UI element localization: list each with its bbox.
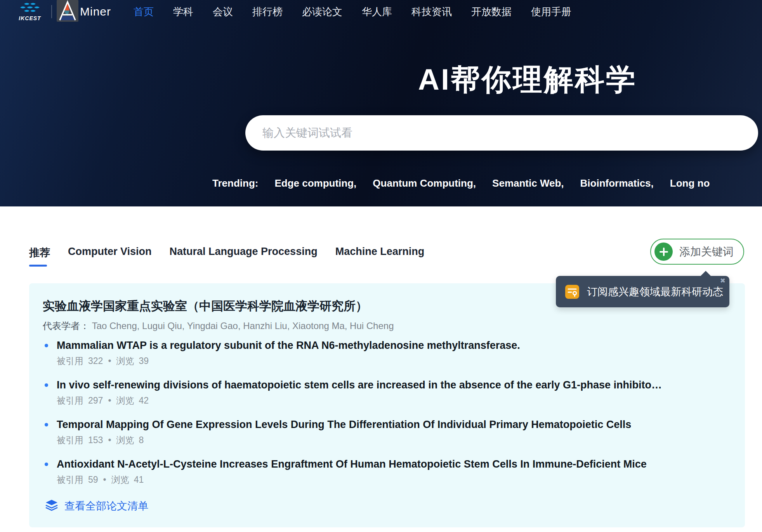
ikcest-logo[interactable]: IKCEST [15, 2, 45, 21]
cited-label: 被引用 [57, 355, 83, 367]
ikcest-logo-icon [15, 2, 45, 16]
tab-machine-learning[interactable]: Machine Learning [335, 246, 425, 260]
search-box [245, 115, 758, 151]
nav-item-conferences[interactable]: 会议 [213, 5, 233, 19]
trending-item-bioinformatics[interactable]: Bioinformatics, [580, 177, 654, 189]
nav-item-chinese-scholars[interactable]: 华人库 [362, 5, 392, 19]
paper-meta: 被引用 153 • 浏览 8 [57, 434, 662, 446]
tab-nlp[interactable]: Natural Language Processing [170, 246, 318, 260]
scholars-label: 代表学者： [43, 321, 89, 331]
subscribe-tooltip: ✖ 订阅感兴趣领域最新科研动态 [556, 276, 729, 307]
paper-list: Mammalian WTAP is a regulatory subunit o… [45, 340, 662, 486]
paper-item: Temporal Mapping Of Gene Expression Leve… [45, 419, 662, 446]
cited-count: 59 [88, 475, 98, 485]
aminer-logo-text: Miner [80, 5, 111, 18]
paper-meta: 被引用 322 • 浏览 39 [57, 355, 662, 367]
tooltip-text: 订阅感兴趣领域最新科研动态 [587, 285, 723, 299]
paper-title[interactable]: Temporal Mapping Of Gene Expression Leve… [57, 419, 631, 431]
paper-item: Mammalian WTAP is a regulatory subunit o… [45, 340, 662, 367]
hero-title: AI帮你理解科学 [418, 60, 637, 100]
nav-item-rankings[interactable]: 排行榜 [252, 5, 283, 19]
view-all-papers-link[interactable]: 查看全部论文清单 [45, 499, 148, 513]
bullet-icon [45, 344, 48, 347]
paper-item: Antioxidant N-Acetyl-L-Cysteine Increase… [45, 458, 662, 486]
tooltip-arrow [700, 271, 711, 276]
subscribe-feed-icon [564, 284, 580, 300]
paper-title[interactable]: Mammalian WTAP is a regulatory subunit o… [57, 340, 520, 352]
cited-count: 297 [88, 395, 103, 406]
add-keyword-button[interactable]: 添加关键词 [650, 239, 744, 265]
views-count: 41 [134, 475, 144, 485]
cited-label: 被引用 [57, 395, 83, 407]
views-count: 8 [139, 435, 144, 445]
tab-recommended[interactable]: 推荐 [29, 246, 50, 260]
paper-title[interactable]: Antioxidant N-Acetyl-L-Cysteine Increase… [57, 458, 647, 470]
trending-item-edge-computing[interactable]: Edge computing, [274, 177, 356, 189]
bullet-icon [45, 463, 48, 466]
cited-count: 153 [88, 435, 103, 445]
nav-item-open-data[interactable]: 开放数据 [471, 5, 512, 19]
aminer-logo[interactable]: Miner [57, 0, 111, 23]
paper-meta: 被引用 59 • 浏览 41 [57, 474, 662, 486]
tab-computer-vision[interactable]: Computer Vision [68, 246, 152, 260]
nav-menu: 首页 学科 会议 排行榜 必读论文 华人库 科技资讯 开放数据 使用手册 [134, 5, 571, 19]
trending-label: Trending: [212, 177, 258, 189]
paper-meta: 被引用 297 • 浏览 42 [57, 395, 662, 407]
ikcest-logo-text: IKCEST [19, 15, 41, 21]
search-input[interactable] [245, 115, 758, 151]
nav-logo-divider [51, 5, 52, 18]
hero-section: IKCEST Miner 首页 学科 会议 排行榜 必读论文 华 [0, 0, 762, 206]
nav-item-manual[interactable]: 使用手册 [531, 5, 571, 19]
cited-label: 被引用 [57, 434, 83, 446]
views-count: 39 [139, 356, 149, 366]
paper-item: In vivo self-renewing divisions of haema… [45, 379, 662, 407]
views-label: 浏览 [116, 355, 134, 367]
scholars-names[interactable]: Tao Cheng, Lugui Qiu, Yingdai Gao, Hanzh… [92, 321, 394, 331]
recommendation-card: 实验血液学国家重点实验室（中国医学科学院血液学研究所） 代表学者： Tao Ch… [29, 283, 745, 527]
trending-item-clipped[interactable]: Long no [670, 177, 710, 189]
category-tabs: 推荐 Computer Vision Natural Language Proc… [29, 246, 424, 260]
trending-row: Trending: Edge computing, Quantum Comput… [212, 175, 762, 192]
lab-title[interactable]: 实验血液学国家重点实验室（中国医学科学院血液学研究所） [43, 298, 368, 314]
nav-item-tech-news[interactable]: 科技资讯 [411, 5, 452, 19]
trending-item-semantic-web[interactable]: Semantic Web, [492, 177, 564, 189]
meta-separator: • [108, 356, 111, 366]
tooltip-close-icon[interactable]: ✖ [720, 277, 726, 284]
view-all-label: 查看全部论文清单 [64, 499, 148, 513]
meta-separator: • [108, 395, 111, 406]
views-label: 浏览 [116, 434, 134, 446]
views-label: 浏览 [116, 395, 134, 407]
trending-item-quantum-computing[interactable]: Quantum Computing, [373, 177, 476, 189]
views-count: 42 [139, 395, 149, 406]
nav-item-must-read[interactable]: 必读论文 [302, 5, 342, 19]
cited-label: 被引用 [57, 474, 83, 486]
top-navbar: IKCEST Miner 首页 学科 会议 排行榜 必读论文 华 [0, 0, 762, 23]
nav-item-home[interactable]: 首页 [134, 5, 154, 19]
aminer-logo-icon [57, 0, 78, 23]
meta-separator: • [103, 475, 106, 485]
cited-count: 322 [88, 356, 103, 366]
bullet-icon [45, 423, 48, 426]
views-label: 浏览 [111, 474, 129, 486]
nav-item-subjects[interactable]: 学科 [173, 5, 193, 19]
scholars-line: 代表学者： Tao Cheng, Lugui Qiu, Yingdai Gao,… [43, 320, 394, 332]
bullet-icon [45, 383, 48, 387]
add-keyword-label: 添加关键词 [679, 244, 734, 259]
paper-title[interactable]: In vivo self-renewing divisions of haema… [57, 379, 662, 391]
plus-icon [654, 243, 673, 261]
meta-separator: • [108, 435, 111, 445]
layers-icon [45, 499, 59, 513]
